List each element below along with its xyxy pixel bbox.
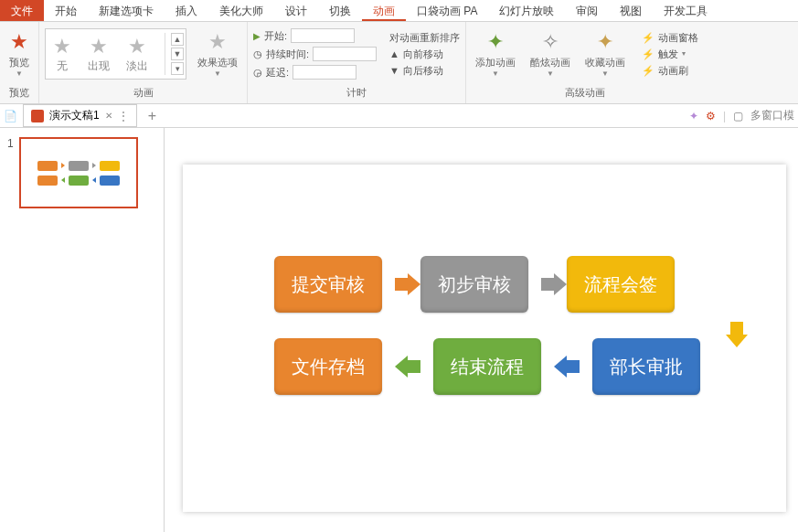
tab-design[interactable]: 设计 (274, 0, 318, 21)
flow-box-archive[interactable]: 文件存档 (274, 338, 382, 395)
ribbon: ★ 预览 ▼ 预览 ★无 ★出现 ★淡出 ▲▼▾ ★ 效果选项 ▼ 动画 (0, 22, 798, 104)
workspace: 1 提交审核 初步审核 (0, 128, 798, 532)
group-advanced: ✦添加动画▼ ✧酷炫动画▼ ✦收藏动画▼ ⚡动画窗格 ⚡触发▾ ⚡动画刷 高级动… (466, 22, 704, 103)
flow-box-countersign[interactable]: 流程会签 (567, 256, 675, 313)
add-animation-button[interactable]: ✦添加动画▼ (472, 28, 519, 80)
flow-box-approve[interactable]: 部长审批 (592, 338, 700, 395)
tab-animation[interactable]: 动画 (362, 0, 406, 21)
arrow-left-icon (554, 360, 580, 373)
star-plus-icon: ✦ (487, 30, 504, 54)
tab-home[interactable]: 开始 (44, 0, 88, 21)
slide[interactable]: 提交审核 初步审核 流程会签 文件存档 结束流程 部长审批 (183, 165, 786, 512)
star-icon: ★ (10, 30, 28, 54)
effect-options-button[interactable]: ★ 效果选项 ▼ (194, 28, 241, 80)
gallery-scroll[interactable]: ▲▼▾ (165, 33, 184, 75)
star-icon: ★ (208, 30, 227, 54)
sparkle-icon: ✧ (542, 30, 559, 54)
brush-icon: ⚡ (642, 65, 654, 77)
trigger-button[interactable]: ⚡触发▾ (642, 48, 698, 61)
canvas-area[interactable]: 提交审核 初步审核 流程会签 文件存档 结束流程 部长审批 (165, 128, 798, 532)
tab-newtab[interactable]: 新建选项卡 (88, 0, 165, 21)
gear-icon[interactable]: ⚙ (706, 110, 716, 122)
flow-box-end[interactable]: 结束流程 (433, 338, 541, 395)
arrow-left-icon (395, 360, 420, 373)
flow-box-submit[interactable]: 提交审核 (274, 256, 382, 313)
arrow-down-icon: ▼ (389, 65, 399, 76)
group-animation-label: 动画 (45, 84, 241, 103)
tab-transition[interactable]: 切换 (318, 0, 362, 21)
kebab-icon[interactable]: ⋮ (118, 110, 129, 122)
animation-pane-button[interactable]: ⚡动画窗格 (642, 31, 698, 45)
group-advanced-label: 高级动画 (472, 84, 698, 103)
arrow-right-icon (541, 278, 554, 291)
group-preview: ★ 预览 ▼ 预览 (0, 22, 39, 103)
slide-number: 1 (7, 137, 14, 208)
slides-panel[interactable]: 1 (0, 128, 165, 532)
chevron-down-icon: ▼ (16, 69, 23, 78)
tab-file[interactable]: 文件 (0, 0, 44, 21)
group-animation: ★无 ★出现 ★淡出 ▲▼▾ ★ 效果选项 ▼ 动画 (39, 22, 248, 103)
document-title: 演示文稿1 (49, 108, 100, 123)
close-icon[interactable]: ✕ (105, 111, 112, 121)
flowchart: 提交审核 初步审核 流程会签 文件存档 结束流程 部长审批 (274, 256, 700, 411)
animation-gallery[interactable]: ★无 ★出现 ★淡出 ▲▼▾ (45, 28, 186, 80)
cool-animation-button[interactable]: ✧酷炫动画▼ (527, 28, 574, 80)
multiwindow-icon[interactable]: ▢ (733, 110, 743, 122)
chevron-down-icon: ▼ (214, 69, 221, 78)
clock-icon: ◶ (253, 67, 262, 79)
multiwindow-label[interactable]: 多窗口模 (750, 108, 794, 123)
bolt-icon: ⚡ (642, 32, 654, 44)
anim-none[interactable]: ★无 (53, 35, 71, 74)
app-icon: 📄 (4, 110, 17, 122)
play-icon: ▶ (253, 31, 261, 41)
document-tab[interactable]: 演示文稿1 ✕ ⋮ (23, 104, 137, 127)
flow-box-prelim[interactable]: 初步审核 (420, 256, 528, 313)
clock-icon: ◷ (253, 48, 262, 60)
tab-review[interactable]: 审阅 (565, 0, 609, 21)
tab-bar: 文件 开始 新建选项卡 插入 美化大师 设计 切换 动画 口袋动画 PA 幻灯片… (0, 0, 798, 22)
move-forward-button[interactable]: ▲向前移动 (389, 48, 460, 61)
start-label: 开始: (264, 29, 287, 43)
preview-button[interactable]: ★ 预览 ▼ (5, 28, 33, 80)
tab-view[interactable]: 视图 (609, 0, 653, 21)
bolt-icon: ⚡ (642, 48, 654, 60)
tab-pocket[interactable]: 口袋动画 PA (406, 0, 488, 21)
document-bar: 📄 演示文稿1 ✕ ⋮ + ✦ ⚙ | ▢ 多窗口模 (0, 104, 798, 128)
anim-appear[interactable]: ★出现 (88, 35, 110, 74)
ppt-icon (31, 110, 44, 122)
delay-input[interactable] (293, 65, 356, 80)
effect-options-label: 效果选项 (197, 56, 238, 69)
tab-insert[interactable]: 插入 (165, 0, 208, 21)
preview-label: 预览 (9, 56, 29, 69)
heart-icon: ✦ (597, 30, 613, 54)
reorder-title: 对动画重新排序 (389, 31, 460, 45)
arrow-up-icon: ▲ (389, 48, 399, 59)
animation-painter-button[interactable]: ⚡动画刷 (642, 64, 698, 78)
tab-beautify[interactable]: 美化大师 (208, 0, 274, 21)
delay-label: 延迟: (266, 66, 289, 80)
start-select[interactable] (291, 28, 355, 43)
tab-devtools[interactable]: 开发工具 (653, 0, 718, 21)
group-timing-label: 计时 (253, 84, 460, 103)
tab-slideshow[interactable]: 幻灯片放映 (488, 0, 565, 21)
divider: | (723, 110, 726, 122)
move-backward-button[interactable]: ▼向后移动 (389, 64, 460, 78)
group-preview-label: 预览 (5, 84, 33, 103)
group-timing: ▶开始: ◷持续时间: ◶延迟: 对动画重新排序 ▲向前移动 ▼向后移动 计时 (248, 22, 466, 103)
arrow-right-icon (395, 278, 408, 291)
wand-icon[interactable]: ✦ (689, 110, 698, 122)
duration-input[interactable] (313, 47, 377, 61)
anim-fade[interactable]: ★淡出 (126, 35, 148, 74)
new-tab-button[interactable]: + (143, 108, 162, 124)
arrow-down-icon (724, 322, 750, 347)
slide-thumbnail[interactable] (19, 137, 138, 208)
duration-label: 持续时间: (266, 48, 309, 61)
fav-animation-button[interactable]: ✦收藏动画▼ (581, 28, 629, 80)
